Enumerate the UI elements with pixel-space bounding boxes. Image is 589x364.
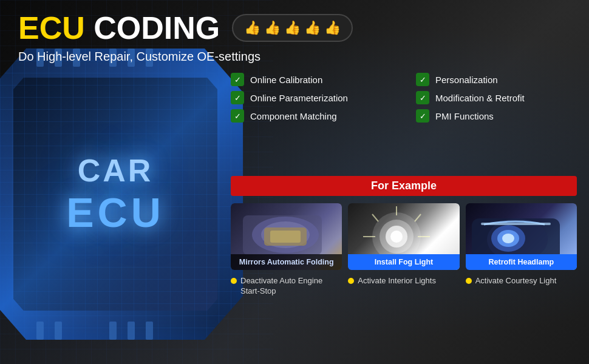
thumb-5: 👍 xyxy=(324,20,341,36)
feature-personalization: ✓ Personalization xyxy=(416,73,577,86)
svg-rect-51 xyxy=(481,223,551,225)
title-ecu: ECU xyxy=(18,10,85,46)
check-icon-5: ✓ xyxy=(416,91,429,104)
check-icon-4: ✓ xyxy=(416,73,429,86)
for-example-section: For Example Mirrors Automatic Folding xyxy=(231,176,577,297)
header: ECU CODING 👍 👍 👍 👍 👍 xyxy=(18,12,589,44)
mirrors-label: Mirrors Automatic Folding xyxy=(231,254,342,270)
check-icon-1: ✓ xyxy=(231,73,244,86)
fog-label: Install Fog Light xyxy=(348,254,459,270)
main-content: ECU CODING 👍 👍 👍 👍 👍 Do High-level Repai… xyxy=(0,12,589,76)
main-container: CAR ECU ECU CODING 👍 👍 👍 👍 👍 Do High-lev… xyxy=(0,0,589,364)
svg-line-42 xyxy=(415,214,421,221)
check-icon-6: ✓ xyxy=(416,109,429,123)
chip-ecu-label: ECU xyxy=(66,189,165,236)
headlamp-label: Retrofit Headlamp xyxy=(466,254,577,270)
example-card-mirrors: Mirrors Automatic Folding xyxy=(231,203,342,270)
check-icon-2: ✓ xyxy=(231,91,244,104)
thumbs-badge: 👍 👍 👍 👍 👍 xyxy=(232,14,353,42)
thumb-4: 👍 xyxy=(304,20,321,36)
extra-item-interior: Activate Interior Lights xyxy=(348,276,459,297)
thumb-1: 👍 xyxy=(244,20,260,36)
chip-car-label: CAR xyxy=(66,152,165,189)
dot-icon-2 xyxy=(348,278,354,284)
feature-pmi-functions: ✓ PMI Functions xyxy=(416,109,577,123)
features-grid: ✓ Online Calibration ✓ Personalization ✓… xyxy=(231,73,577,123)
feature-online-parameterization: ✓ Online Parameterization xyxy=(231,91,392,104)
extra-item-deactivate: Deactivate Auto Engine Start-Stop xyxy=(231,276,342,297)
examples-grid: Mirrors Automatic Folding xyxy=(231,203,577,270)
extra-items: Deactivate Auto Engine Start-Stop Activa… xyxy=(231,276,577,297)
example-card-fog: Install Fog Light xyxy=(348,203,459,270)
example-card-headlamp: Retrofit Headlamp xyxy=(466,203,577,270)
subtitle: Do High-level Repair, Customize OE-setti… xyxy=(18,50,589,64)
feature-modification-retrofit: ✓ Modification & Retrofit xyxy=(416,91,577,104)
chip-text: CAR ECU xyxy=(66,152,165,236)
svg-point-50 xyxy=(502,234,514,243)
dot-icon-3 xyxy=(466,278,472,284)
dot-icon-1 xyxy=(231,278,237,284)
check-icon-3: ✓ xyxy=(231,109,244,123)
svg-point-40 xyxy=(390,231,403,243)
ecu-chip-visual: CAR ECU xyxy=(0,49,243,340)
feature-component-matching: ✓ Component Matching xyxy=(231,109,392,123)
svg-line-43 xyxy=(372,214,378,221)
thumb-3: 👍 xyxy=(284,20,301,36)
thumb-2: 👍 xyxy=(264,20,281,36)
extra-item-courtesy: Activate Courtesy Light xyxy=(466,276,577,297)
svg-rect-36 xyxy=(270,231,301,243)
title-coding: CODING xyxy=(94,10,220,46)
main-title: ECU CODING xyxy=(18,12,220,44)
feature-online-calibration: ✓ Online Calibration xyxy=(231,73,392,86)
for-example-header: For Example xyxy=(231,176,577,196)
features-section: ✓ Online Calibration ✓ Personalization ✓… xyxy=(231,73,577,132)
